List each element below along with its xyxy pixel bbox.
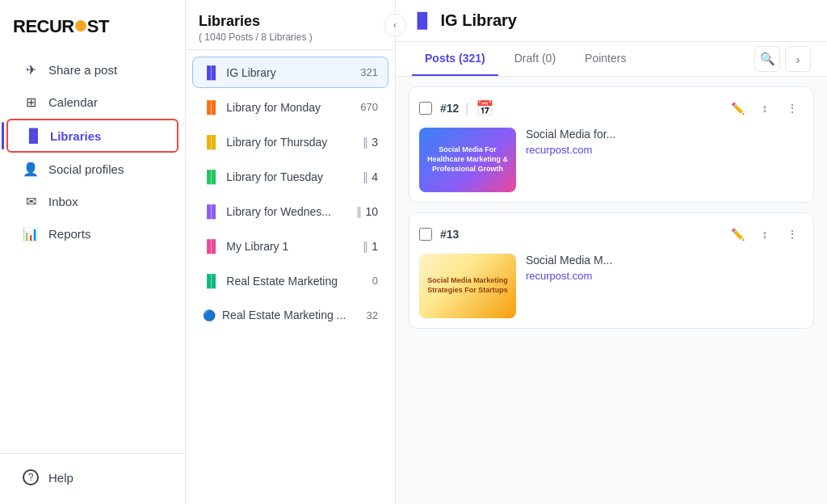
schedule-icon: 📅 [476,99,493,117]
tab-pointers[interactable]: Pointers [572,42,639,76]
social-icon: 👤 [23,162,39,177]
libraries-list: ▐▌ IG Library 321 ▐▌ Library for Monday … [186,50,395,504]
sidebar-item-inbox[interactable]: ✉ Inbox [6,186,178,217]
sidebar-bottom: ? Help [0,453,185,494]
tab-draft[interactable]: Draft (0) [502,42,569,76]
edit-action-button[interactable]: ✏️ [726,97,749,120]
library-name: Library for Wednes... [226,205,356,218]
more-icon: ⋮ [787,228,798,241]
library-name: IG Library [226,66,360,79]
sidebar-item-calendar[interactable]: ⊞ Calendar [6,86,178,118]
library-count-badge: ‖ 10 [356,205,378,218]
sort-icon: ↕ [762,228,768,241]
post-card-header: #13 ✏️ ↕ ⋮ [419,223,804,246]
library-count: 32 [367,309,378,321]
library-count: 4 [372,170,378,183]
help-icon: ? [23,469,39,485]
pipe-icon: ‖ [356,205,362,218]
more-action-button[interactable]: ⋮ [781,223,804,246]
sidebar-item-label: Calendar [48,95,98,109]
library-name: Library for Monday [226,101,360,114]
inbox-icon: ✉ [23,194,39,209]
library-item-my-library[interactable]: ▐▌ My Library 1 ‖ 1 [192,230,388,262]
library-name: Real Estate Marketing ... [222,309,367,321]
chevron-right-icon: › [796,52,800,66]
calendar-icon: ⊞ [23,94,39,110]
library-count: 3 [372,136,378,149]
more-action-button[interactable]: ⋮ [781,97,804,120]
post-card: #12 | 📅 ✏️ ↕ ⋮ Social Media Fo [409,86,814,203]
post-card-header: #12 | 📅 ✏️ ↕ ⋮ [419,97,804,120]
library-item-real-estate-2[interactable]: 🔵 Real Estate Marketing ... 32 [192,300,388,330]
sidebar-item-label: Share a post [48,63,117,77]
library-item-monday[interactable]: ▐▌ Library for Monday 670 [192,91,388,123]
libraries-panel: Libraries ( 1040 Posts / 8 Libraries ) ‹… [186,0,396,504]
library-icon: ▐▌ [203,135,220,149]
reports-icon: 📊 [23,226,39,242]
library-name: Real Estate Marketing [226,275,372,288]
more-icon: ⋮ [787,102,798,115]
sidebar-item-help[interactable]: ? Help [6,461,178,494]
post-content: Social Media Marketing Strategies For St… [419,254,804,318]
post-title: Social Media for... [526,128,804,141]
tab-posts[interactable]: Posts (321) [412,42,498,76]
library-item-tuesday[interactable]: ▐▌ Library for Tuesday ‖ 4 [192,161,388,192]
library-count-badge: ‖ 4 [363,170,378,183]
libraries-icon: ▐▌ [24,128,40,143]
library-count-badge: ‖ 1 [363,240,378,253]
sidebar-item-reports[interactable]: 📊 Reports [6,218,178,250]
sidebar-item-label: Inbox [48,195,78,208]
sort-icon: ↕ [762,102,768,115]
sort-action-button[interactable]: ↕ [754,97,776,120]
library-count: 670 [360,101,378,113]
library-item-real-estate[interactable]: ▐▌ Real Estate Marketing 0 [192,265,388,296]
post-checkbox[interactable] [419,228,432,241]
post-checkbox[interactable] [419,102,432,115]
libraries-subtitle: ( 1040 Posts / 8 Libraries ) [199,32,382,43]
library-icon: ▐▌ [203,100,220,114]
main-header-title: IG Library [441,11,517,30]
post-link[interactable]: recurpost.com [526,270,804,282]
search-button[interactable]: 🔍 [754,46,780,72]
tabs-bar: Posts (321) Draft (0) Pointers 🔍 › [396,42,827,77]
pipe-icon: ‖ [363,240,368,253]
thumbnail-image: Social Media For Healthcare Marketing & … [419,128,516,192]
post-thumbnail: Social Media Marketing Strategies For St… [419,254,516,318]
library-count: 321 [360,66,378,78]
sidebar: RECURST ✈ Share a post ⊞ Calendar ▐▌ Lib… [0,0,186,504]
post-number: #13 [440,228,459,241]
library-item-wednesday[interactable]: ▐▌ Library for Wednes... ‖ 10 [192,195,388,227]
separator: | [465,101,468,116]
post-link[interactable]: recurpost.com [526,144,804,156]
sort-action-button[interactable]: ↕ [754,223,776,246]
sidebar-item-label: Help [48,471,73,485]
search-icon: 🔍 [760,52,775,66]
share-icon: ✈ [23,62,39,78]
post-card: #13 ✏️ ↕ ⋮ Social Media Marketing Strate… [409,212,814,329]
edit-icon: ✏️ [731,228,745,241]
thumbnail-image: Social Media Marketing Strategies For St… [419,254,516,318]
library-item-thursday[interactable]: ▐▌ Library for Thursday ‖ 3 [192,126,388,158]
post-info: Social Media for... recurpost.com [526,128,804,192]
library-icon: ▐▌ [203,274,220,288]
post-content: Social Media For Healthcare Marketing & … [419,128,804,192]
library-name: Library for Tuesday [226,170,363,183]
sidebar-item-libraries[interactable]: ▐▌ Libraries [6,119,178,153]
sidebar-item-label: Libraries [50,129,101,143]
library-name: Library for Thursday [226,136,363,149]
post-actions: ✏️ ↕ ⋮ [726,223,804,246]
library-item-ig[interactable]: ▐▌ IG Library 321 [192,57,388,88]
sidebar-item-label: Reports [48,227,91,241]
library-icon: ▐▌ [203,239,220,253]
sidebar-item-social[interactable]: 👤 Social profiles [6,153,178,185]
posts-list: #12 | 📅 ✏️ ↕ ⋮ Social Media Fo [396,77,827,504]
library-count: 0 [372,275,378,287]
sidebar-item-share[interactable]: ✈ Share a post [6,54,178,86]
main-header-icon: ▐▌ [412,12,433,29]
collapse-button[interactable]: ‹ [384,14,406,36]
libraries-title: Libraries [199,13,382,30]
post-actions: ✏️ ↕ ⋮ [726,97,804,120]
main-header: ▐▌ IG Library [396,0,827,42]
next-button[interactable]: › [785,46,811,72]
edit-action-button[interactable]: ✏️ [726,223,749,246]
